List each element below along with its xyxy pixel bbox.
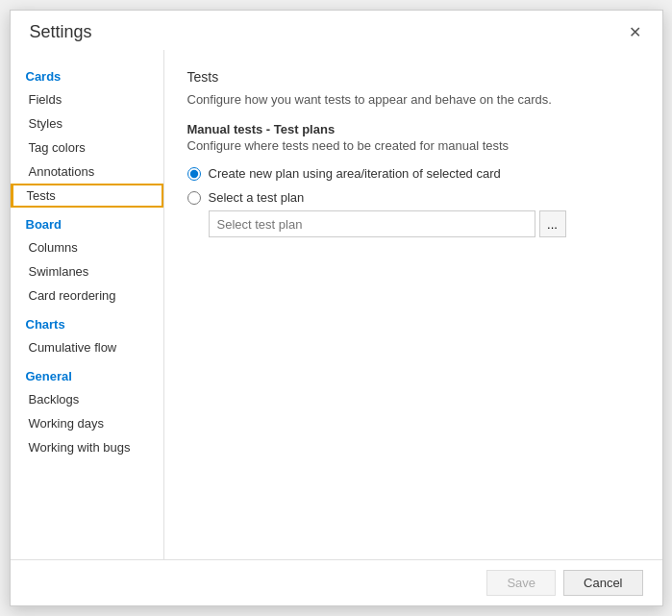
sidebar: Cards Fields Styles Tag colors Annotatio… (11, 50, 164, 559)
sidebar-section-charts: Charts (11, 308, 163, 335)
sidebar-section-board: Board (11, 208, 163, 235)
radio-label-1: Create new plan using area/iteration of … (209, 166, 501, 181)
main-content: Tests Configure how you want tests to ap… (164, 50, 662, 559)
settings-dialog: Settings ✕ Cards Fields Styles Tag color… (10, 10, 663, 606)
ellipsis-button[interactable]: ... (539, 210, 566, 237)
sidebar-item-styles[interactable]: Styles (11, 111, 163, 136)
sidebar-section-cards: Cards (11, 60, 163, 87)
radio-input-1[interactable] (187, 167, 201, 181)
radio-option-2[interactable]: Select a test plan (187, 190, 639, 205)
radio-label-2: Select a test plan (209, 190, 305, 205)
sidebar-item-fields[interactable]: Fields (11, 87, 163, 111)
section-desc: Configure how you want tests to appear a… (187, 92, 639, 107)
radio-option-1[interactable]: Create new plan using area/iteration of … (187, 166, 639, 181)
cancel-button[interactable]: Cancel (563, 570, 642, 596)
sidebar-item-annotations[interactable]: Annotations (11, 160, 163, 184)
sidebar-item-backlogs[interactable]: Backlogs (11, 387, 163, 411)
sidebar-item-card-reordering[interactable]: Card reordering (11, 283, 163, 308)
save-button[interactable]: Save (486, 570, 556, 596)
test-plan-row: ... (209, 210, 639, 237)
test-plan-input[interactable] (209, 210, 535, 237)
sidebar-item-tests[interactable]: Tests (11, 184, 163, 208)
dialog-footer: Save Cancel (11, 559, 662, 605)
subsection-title: Manual tests - Test plans (187, 122, 639, 136)
sidebar-item-cumulative-flow[interactable]: Cumulative flow (11, 335, 163, 359)
dialog-body: Cards Fields Styles Tag colors Annotatio… (11, 50, 662, 559)
dialog-title: Settings (30, 22, 92, 42)
radio-group: Create new plan using area/iteration of … (187, 166, 639, 205)
sidebar-item-working-days[interactable]: Working days (11, 411, 163, 435)
sidebar-item-swimlanes[interactable]: Swimlanes (11, 259, 163, 283)
close-button[interactable]: ✕ (623, 23, 647, 42)
sidebar-item-working-with-bugs[interactable]: Working with bugs (11, 435, 163, 459)
sidebar-item-columns[interactable]: Columns (11, 235, 163, 259)
subsection-desc: Configure where tests need to be created… (187, 138, 639, 153)
title-bar: Settings ✕ (11, 11, 662, 50)
section-title: Tests (187, 69, 639, 85)
sidebar-section-general: General (11, 359, 163, 387)
radio-input-2[interactable] (187, 191, 201, 205)
sidebar-item-tag-colors[interactable]: Tag colors (11, 136, 163, 160)
